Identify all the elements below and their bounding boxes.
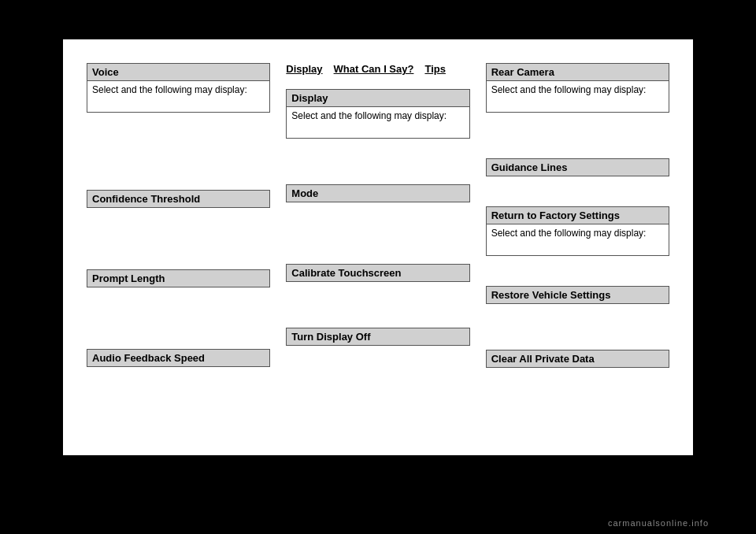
- section-guidance-lines: Guidance Lines: [486, 158, 669, 176]
- confidence-threshold-header: Confidence Threshold: [87, 190, 270, 208]
- column-3: Rear Camera Select and the following may…: [478, 63, 677, 432]
- display-body: Select and the following may display:: [286, 107, 469, 139]
- tab-display[interactable]: Display: [286, 63, 322, 75]
- prompt-length-header: Prompt Length: [87, 269, 270, 287]
- section-mode: Mode: [286, 184, 469, 202]
- section-rear-camera: Rear Camera Select and the following may…: [486, 63, 669, 113]
- section-turn-display-off: Turn Display Off: [286, 328, 469, 346]
- section-prompt-length: Prompt Length: [87, 269, 270, 287]
- column-1: Voice Select and the following may displ…: [79, 63, 278, 432]
- mode-header: Mode: [286, 184, 469, 202]
- guidance-lines-header: Guidance Lines: [486, 158, 669, 176]
- tabs-row: Display What Can I Say? Tips: [286, 63, 469, 75]
- audio-feedback-speed-header: Audio Feedback Speed: [87, 349, 270, 367]
- section-display: Display Select and the following may dis…: [286, 89, 469, 139]
- column-2: Display What Can I Say? Tips Display Sel…: [278, 63, 477, 432]
- section-restore-vehicle-settings: Restore Vehicle Settings: [486, 286, 669, 304]
- section-return-to-factory-settings: Return to Factory Settings Select and th…: [486, 206, 669, 256]
- restore-vehicle-settings-header: Restore Vehicle Settings: [486, 286, 669, 304]
- clear-all-private-data-header: Clear All Private Data: [486, 350, 669, 368]
- section-voice: Voice Select and the following may displ…: [87, 63, 270, 113]
- tab-what-can-i-say[interactable]: What Can I Say?: [334, 63, 414, 75]
- watermark: carmanualsonline.info: [608, 518, 709, 528]
- display-header: Display: [286, 89, 469, 107]
- voice-header: Voice: [87, 63, 270, 81]
- return-to-factory-settings-header: Return to Factory Settings: [486, 206, 669, 224]
- calibrate-touchscreen-header: Calibrate Touchscreen: [286, 264, 469, 282]
- page-content: Voice Select and the following may displ…: [63, 39, 693, 455]
- rear-camera-header: Rear Camera: [486, 63, 669, 81]
- section-clear-all-private-data: Clear All Private Data: [486, 350, 669, 368]
- section-confidence-threshold: Confidence Threshold: [87, 190, 270, 208]
- turn-display-off-header: Turn Display Off: [286, 328, 469, 346]
- section-audio-feedback-speed: Audio Feedback Speed: [87, 349, 270, 367]
- tab-tips[interactable]: Tips: [424, 63, 446, 75]
- rear-camera-body: Select and the following may display:: [486, 81, 669, 113]
- voice-body: Select and the following may display:: [87, 81, 270, 113]
- return-to-factory-settings-body: Select and the following may display:: [486, 224, 669, 256]
- section-calibrate-touchscreen: Calibrate Touchscreen: [286, 264, 469, 282]
